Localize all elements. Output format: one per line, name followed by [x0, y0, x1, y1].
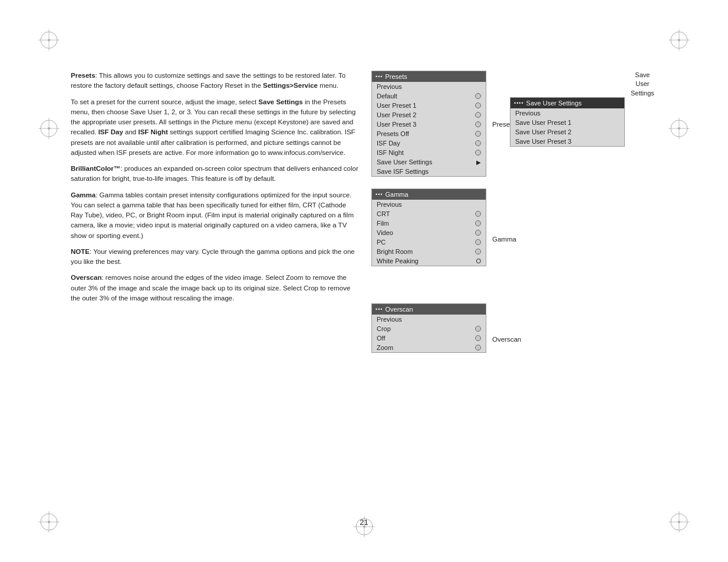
presets-row-previous: Previous	[372, 82, 486, 91]
presets-radio-user1	[475, 103, 481, 108]
gamma-label: Gamma	[492, 236, 516, 243]
save-user-menu-header: •••• Save User Settings	[510, 98, 624, 108]
presets-section: ••• Presets Previous Default User Preset…	[371, 71, 486, 177]
overscan-radio-zoom	[475, 345, 481, 351]
para2-and: and	[123, 128, 139, 135]
gamma-dots: •••	[375, 191, 383, 197]
note-heading: NOTE	[71, 248, 90, 255]
para2-text: To set a preset for the current source, …	[71, 98, 258, 105]
gamma-radio-white-peaking: O	[476, 257, 481, 265]
settings-service-link: Settings>Service	[263, 82, 318, 89]
gamma-row-crt: CRT	[372, 209, 486, 219]
corner-mark-mr	[668, 118, 690, 139]
save-user-label: Save User Settings	[631, 71, 654, 98]
save-user-row-2: Save User Preset 2	[510, 127, 624, 137]
presets-row-isf-day: ISF Day	[372, 138, 486, 148]
presets-row-save-isf: Save ISF Settings	[372, 167, 486, 176]
presets-radio-user2	[475, 112, 481, 118]
presets-row-save-user: Save User Settings ▶	[372, 157, 486, 167]
note-cont: : Your viewing preferences may vary. Cyc…	[71, 248, 355, 265]
gamma-row-white-peaking: White Peaking O	[372, 256, 486, 266]
corner-mark-br	[668, 511, 690, 533]
gamma-radio-video	[475, 230, 481, 236]
overscan-row-crop: Crop	[372, 324, 486, 333]
presets-menu-header: ••• Presets	[372, 71, 486, 82]
overscan-row-previous: Previous	[372, 315, 486, 324]
save-user-row-1: Save User Preset 1	[510, 118, 624, 127]
gamma-paragraph: Gamma: Gamma tables contain preset inten…	[71, 190, 360, 241]
gamma-row-previous: Previous	[372, 200, 486, 209]
gamma-section: ••• Gamma Previous CRT Film Video PC	[371, 189, 486, 266]
gamma-row-video: Video	[372, 228, 486, 237]
presets-row-user2: User Preset 2	[372, 110, 486, 120]
presets-row-default: Default	[372, 91, 486, 101]
save-settings-bold: Save Settings	[258, 98, 302, 105]
note-paragraph: NOTE: Your viewing preferences may vary.…	[71, 247, 360, 267]
isf-day-bold: ISF Day	[98, 128, 123, 135]
corner-mark-tl	[38, 29, 60, 51]
presets-row-user3: User Preset 3	[372, 120, 486, 129]
presets-row-user1: User Preset 1	[372, 101, 486, 110]
save-user-section: Save User Settings •••• Save User Settin…	[510, 74, 625, 147]
overscan-label: Overscan	[492, 336, 521, 343]
isf-night-bold: ISF Night	[138, 128, 167, 135]
gamma-menu-header: ••• Gamma	[372, 189, 486, 200]
page-number: 21	[360, 518, 368, 527]
presets-radio-off	[475, 131, 481, 137]
gamma-menu: ••• Gamma Previous CRT Film Video PC	[371, 189, 486, 266]
overscan-cont: : removes noise around the edges of the …	[71, 274, 350, 302]
overscan-menu-title: Overscan	[385, 306, 413, 313]
presets-dots: •••	[375, 74, 383, 80]
save-user-menu: •••• Save User Settings Previous Save Us…	[510, 97, 625, 147]
save-user-menu-title: Save User Settings	[526, 100, 582, 107]
save-user-row-previous: Previous	[510, 108, 624, 118]
presets-radio-isf-night	[475, 150, 481, 156]
save-label-line3: Settings	[631, 90, 654, 97]
save-label-line2: User	[635, 80, 649, 87]
overscan-menu: ••• Overscan Previous Crop Off Zoom	[371, 303, 486, 353]
overscan-menu-header: ••• Overscan	[372, 304, 486, 315]
presets-paragraph: Presets: This allows you to customize se…	[71, 71, 360, 91]
gamma-row-pc: PC	[372, 237, 486, 247]
presets-row-off: Presets Off	[372, 129, 486, 138]
overscan-radio-crop	[475, 326, 481, 332]
presets-menu: ••• Presets Previous Default User Preset…	[371, 71, 486, 177]
save-user-dots: ••••	[514, 100, 524, 106]
presets-end: menu.	[318, 82, 338, 89]
save-user-row-3: Save User Preset 3	[510, 137, 624, 146]
presets-arrow-save-user: ▶	[476, 159, 481, 166]
gamma-row-bright-room: Bright Room	[372, 247, 486, 256]
overscan-paragraph: Overscan: removes noise around the edges…	[71, 273, 360, 303]
gamma-row-film: Film	[372, 219, 486, 228]
corner-mark-bl	[38, 511, 60, 533]
presets-radio-user3	[475, 121, 481, 127]
gamma-radio-pc	[475, 239, 481, 245]
overscan-section: ••• Overscan Previous Crop Off Zoom Over…	[371, 303, 486, 353]
gamma-menu-title: Gamma	[385, 191, 408, 198]
overscan-heading: Overscan	[71, 274, 101, 281]
presets-menu-title: Presets	[385, 73, 407, 80]
presets-radio-default	[475, 93, 481, 99]
presets-row-isf-night: ISF Night	[372, 148, 486, 157]
save-label-line1: Save	[635, 71, 650, 78]
overscan-dots: •••	[375, 306, 383, 312]
gamma-radio-crt	[475, 211, 481, 217]
presets-detail-paragraph: To set a preset for the current source, …	[71, 97, 360, 158]
overscan-row-zoom: Zoom	[372, 343, 486, 352]
corner-mark-tr	[668, 29, 690, 51]
main-content: Presets: This allows you to customize se…	[71, 71, 360, 309]
brilliant-heading: BrilliantColor™	[71, 165, 120, 172]
gamma-colon: : Gamma tables contain preset intensity …	[71, 191, 354, 239]
presets-radio-isf-day	[475, 140, 481, 146]
corner-mark-ml	[38, 118, 60, 139]
brilliant-color-paragraph: BrilliantColor™: produces an expanded on…	[71, 164, 360, 184]
gamma-radio-film	[475, 220, 481, 226]
gamma-heading: Gamma	[71, 191, 95, 199]
presets-heading: Presets	[71, 72, 95, 79]
overscan-row-off: Off	[372, 333, 486, 343]
overscan-radio-off	[475, 335, 481, 341]
gamma-radio-bright-room	[475, 249, 481, 254]
